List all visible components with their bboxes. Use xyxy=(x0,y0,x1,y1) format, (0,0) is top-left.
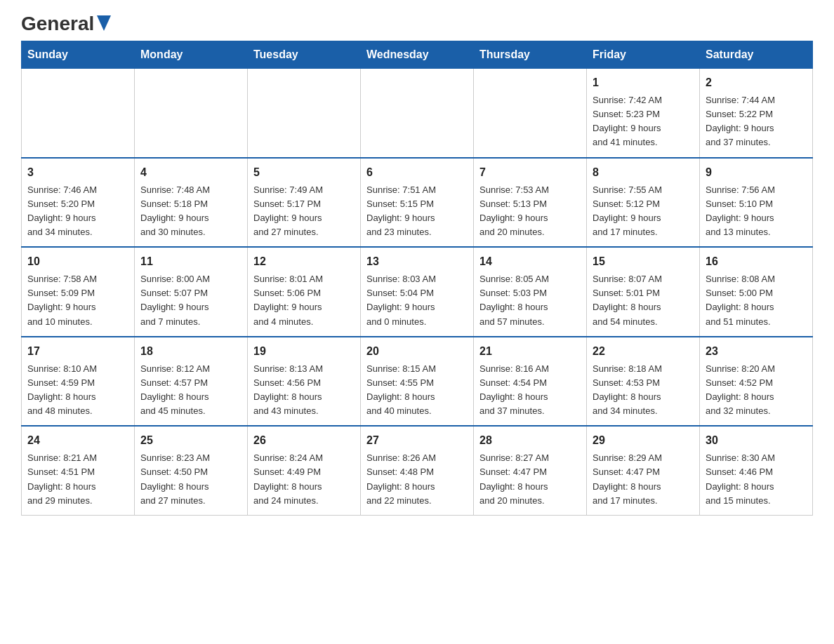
day-info: Sunrise: 7:58 AM Sunset: 5:09 PM Dayligh… xyxy=(27,272,128,329)
day-number: 9 xyxy=(706,164,807,181)
calendar-week-5: 24Sunrise: 8:21 AM Sunset: 4:51 PM Dayli… xyxy=(22,426,813,515)
day-number: 21 xyxy=(479,343,581,360)
day-number: 8 xyxy=(593,164,694,181)
day-info: Sunrise: 8:07 AM Sunset: 5:01 PM Dayligh… xyxy=(593,272,694,329)
day-info: Sunrise: 8:30 AM Sunset: 4:46 PM Dayligh… xyxy=(706,451,807,508)
weekday-header-sunday: Sunday xyxy=(22,41,135,69)
day-info: Sunrise: 8:29 AM Sunset: 4:47 PM Dayligh… xyxy=(593,451,694,508)
day-info: Sunrise: 8:26 AM Sunset: 4:48 PM Dayligh… xyxy=(366,451,468,508)
weekday-header-monday: Monday xyxy=(135,41,248,69)
calendar-cell: 21Sunrise: 8:16 AM Sunset: 4:54 PM Dayli… xyxy=(474,337,587,427)
day-number: 24 xyxy=(27,432,128,449)
calendar-cell: 16Sunrise: 8:08 AM Sunset: 5:00 PM Dayli… xyxy=(700,247,813,337)
weekday-header-saturday: Saturday xyxy=(700,41,813,69)
calendar-cell: 5Sunrise: 7:49 AM Sunset: 5:17 PM Daylig… xyxy=(248,158,361,248)
day-number: 2 xyxy=(706,74,807,91)
day-info: Sunrise: 7:51 AM Sunset: 5:15 PM Dayligh… xyxy=(366,183,468,240)
day-number: 27 xyxy=(366,432,468,449)
calendar-cell: 25Sunrise: 8:23 AM Sunset: 4:50 PM Dayli… xyxy=(135,426,248,515)
day-info: Sunrise: 8:10 AM Sunset: 4:59 PM Dayligh… xyxy=(27,362,128,419)
calendar-cell: 26Sunrise: 8:24 AM Sunset: 4:49 PM Dayli… xyxy=(248,426,361,515)
calendar-table: SundayMondayTuesdayWednesdayThursdayFrid… xyxy=(21,41,813,516)
day-info: Sunrise: 7:49 AM Sunset: 5:17 PM Dayligh… xyxy=(253,183,355,240)
calendar-week-4: 17Sunrise: 8:10 AM Sunset: 4:59 PM Dayli… xyxy=(22,337,813,427)
day-number: 4 xyxy=(140,164,241,181)
day-number: 13 xyxy=(366,253,468,270)
day-number: 11 xyxy=(140,253,241,270)
weekday-header-thursday: Thursday xyxy=(474,41,587,69)
calendar-week-3: 10Sunrise: 7:58 AM Sunset: 5:09 PM Dayli… xyxy=(22,247,813,337)
calendar-cell: 8Sunrise: 7:55 AM Sunset: 5:12 PM Daylig… xyxy=(587,158,700,248)
day-number: 30 xyxy=(706,432,807,449)
day-info: Sunrise: 8:12 AM Sunset: 4:57 PM Dayligh… xyxy=(140,362,241,419)
calendar-cell: 1Sunrise: 7:42 AM Sunset: 5:23 PM Daylig… xyxy=(587,69,700,158)
day-info: Sunrise: 7:48 AM Sunset: 5:18 PM Dayligh… xyxy=(140,183,241,240)
day-info: Sunrise: 8:18 AM Sunset: 4:53 PM Dayligh… xyxy=(593,362,694,419)
day-number: 5 xyxy=(253,164,355,181)
weekday-header-row: SundayMondayTuesdayWednesdayThursdayFrid… xyxy=(22,41,813,69)
calendar-cell: 6Sunrise: 7:51 AM Sunset: 5:15 PM Daylig… xyxy=(361,158,474,248)
calendar-cell: 18Sunrise: 8:12 AM Sunset: 4:57 PM Dayli… xyxy=(135,337,248,427)
calendar-cell: 2Sunrise: 7:44 AM Sunset: 5:22 PM Daylig… xyxy=(700,69,813,158)
day-number: 6 xyxy=(366,164,468,181)
day-number: 29 xyxy=(593,432,694,449)
calendar-week-2: 3Sunrise: 7:46 AM Sunset: 5:20 PM Daylig… xyxy=(22,158,813,248)
calendar-cell: 9Sunrise: 7:56 AM Sunset: 5:10 PM Daylig… xyxy=(700,158,813,248)
day-number: 22 xyxy=(593,343,694,360)
weekday-header-friday: Friday xyxy=(587,41,700,69)
day-info: Sunrise: 7:56 AM Sunset: 5:10 PM Dayligh… xyxy=(706,183,807,240)
day-info: Sunrise: 7:55 AM Sunset: 5:12 PM Dayligh… xyxy=(593,183,694,240)
day-number: 20 xyxy=(366,343,468,360)
day-number: 25 xyxy=(140,432,241,449)
day-number: 1 xyxy=(593,74,694,91)
day-number: 19 xyxy=(253,343,355,360)
day-info: Sunrise: 8:21 AM Sunset: 4:51 PM Dayligh… xyxy=(27,451,128,508)
calendar-cell: 7Sunrise: 7:53 AM Sunset: 5:13 PM Daylig… xyxy=(474,158,587,248)
day-info: Sunrise: 8:01 AM Sunset: 5:06 PM Dayligh… xyxy=(253,272,355,329)
calendar-cell xyxy=(474,69,587,158)
day-info: Sunrise: 7:53 AM Sunset: 5:13 PM Dayligh… xyxy=(479,183,581,240)
calendar-cell: 14Sunrise: 8:05 AM Sunset: 5:03 PM Dayli… xyxy=(474,247,587,337)
calendar-cell: 30Sunrise: 8:30 AM Sunset: 4:46 PM Dayli… xyxy=(700,426,813,515)
day-number: 16 xyxy=(706,253,807,270)
day-number: 14 xyxy=(479,253,581,270)
calendar-cell: 24Sunrise: 8:21 AM Sunset: 4:51 PM Dayli… xyxy=(22,426,135,515)
day-info: Sunrise: 8:23 AM Sunset: 4:50 PM Dayligh… xyxy=(140,451,241,508)
day-info: Sunrise: 8:15 AM Sunset: 4:55 PM Dayligh… xyxy=(366,362,468,419)
calendar-cell: 13Sunrise: 8:03 AM Sunset: 5:04 PM Dayli… xyxy=(361,247,474,337)
day-info: Sunrise: 8:20 AM Sunset: 4:52 PM Dayligh… xyxy=(706,362,807,419)
day-info: Sunrise: 8:00 AM Sunset: 5:07 PM Dayligh… xyxy=(140,272,241,329)
logo: General xyxy=(21,14,111,34)
calendar-cell: 19Sunrise: 8:13 AM Sunset: 4:56 PM Dayli… xyxy=(248,337,361,427)
day-number: 26 xyxy=(253,432,355,449)
calendar-cell: 3Sunrise: 7:46 AM Sunset: 5:20 PM Daylig… xyxy=(22,158,135,248)
day-info: Sunrise: 8:27 AM Sunset: 4:47 PM Dayligh… xyxy=(479,451,581,508)
calendar-cell: 28Sunrise: 8:27 AM Sunset: 4:47 PM Dayli… xyxy=(474,426,587,515)
calendar-cell: 11Sunrise: 8:00 AM Sunset: 5:07 PM Dayli… xyxy=(135,247,248,337)
calendar-cell: 23Sunrise: 8:20 AM Sunset: 4:52 PM Dayli… xyxy=(700,337,813,427)
day-number: 7 xyxy=(479,164,581,181)
calendar-cell: 15Sunrise: 8:07 AM Sunset: 5:01 PM Dayli… xyxy=(587,247,700,337)
calendar-cell xyxy=(361,69,474,158)
page-header: General xyxy=(21,14,813,34)
day-info: Sunrise: 8:08 AM Sunset: 5:00 PM Dayligh… xyxy=(706,272,807,329)
day-info: Sunrise: 8:03 AM Sunset: 5:04 PM Dayligh… xyxy=(366,272,468,329)
logo-line1: General xyxy=(21,14,111,34)
day-info: Sunrise: 7:46 AM Sunset: 5:20 PM Dayligh… xyxy=(27,183,128,240)
day-number: 18 xyxy=(140,343,241,360)
day-number: 12 xyxy=(253,253,355,270)
calendar-cell: 27Sunrise: 8:26 AM Sunset: 4:48 PM Dayli… xyxy=(361,426,474,515)
calendar-cell: 10Sunrise: 7:58 AM Sunset: 5:09 PM Dayli… xyxy=(22,247,135,337)
calendar-cell xyxy=(248,69,361,158)
weekday-header-tuesday: Tuesday xyxy=(248,41,361,69)
day-info: Sunrise: 8:24 AM Sunset: 4:49 PM Dayligh… xyxy=(253,451,355,508)
day-number: 23 xyxy=(706,343,807,360)
calendar-cell: 22Sunrise: 8:18 AM Sunset: 4:53 PM Dayli… xyxy=(587,337,700,427)
calendar-cell: 20Sunrise: 8:15 AM Sunset: 4:55 PM Dayli… xyxy=(361,337,474,427)
calendar-cell: 12Sunrise: 8:01 AM Sunset: 5:06 PM Dayli… xyxy=(248,247,361,337)
calendar-cell: 17Sunrise: 8:10 AM Sunset: 4:59 PM Dayli… xyxy=(22,337,135,427)
day-number: 28 xyxy=(479,432,581,449)
day-number: 10 xyxy=(27,253,128,270)
day-info: Sunrise: 7:44 AM Sunset: 5:22 PM Dayligh… xyxy=(706,93,807,150)
calendar-week-1: 1Sunrise: 7:42 AM Sunset: 5:23 PM Daylig… xyxy=(22,69,813,158)
